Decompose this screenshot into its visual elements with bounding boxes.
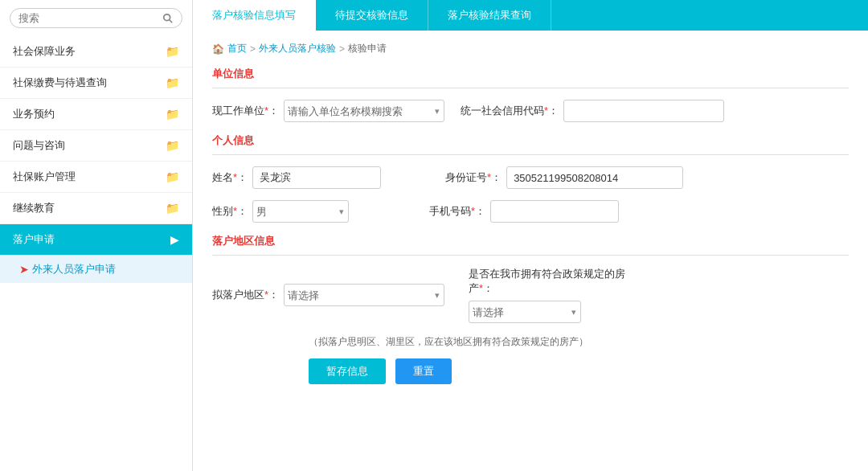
gender-select-wrap: 男 女 bbox=[252, 200, 349, 223]
phone-input[interactable] bbox=[490, 200, 619, 223]
divider-personal bbox=[212, 154, 849, 155]
sidebar-item-label: 社保账户管理 bbox=[13, 170, 76, 184]
tab-pending[interactable]: 待提交核验信息 bbox=[316, 0, 428, 31]
sidebar-item-hukou-apply[interactable]: 落户申请 ▶ bbox=[0, 224, 192, 256]
section-unit-info: 单位信息 bbox=[212, 67, 849, 81]
sidebar-sub-item-label: 外来人员落户申请 bbox=[32, 262, 116, 276]
sidebar-item-label: 业务预约 bbox=[13, 107, 55, 121]
name-field: 姓名*： bbox=[212, 166, 381, 189]
house-select[interactable]: 请选择 bbox=[469, 301, 581, 323]
personal-row1: 姓名*： 身份证号*： bbox=[212, 166, 849, 189]
area-select[interactable]: 请选择 bbox=[284, 284, 444, 306]
work-unit-field: 现工作单位*： 请输入单位名称模糊搜索 bbox=[212, 100, 444, 122]
gender-select[interactable]: 男 女 bbox=[252, 200, 349, 223]
id-card-label: 身份证号*： bbox=[445, 170, 502, 185]
svg-point-0 bbox=[164, 14, 170, 20]
unit-form-row: 现工作单位*： 请输入单位名称模糊搜索 统一社会信用代码*： bbox=[212, 100, 849, 122]
phone-label: 手机号码*： bbox=[429, 204, 485, 219]
id-card-field: 身份证号*： bbox=[445, 166, 683, 189]
tab-query-result[interactable]: 落户核验结果查询 bbox=[428, 0, 551, 31]
name-input[interactable] bbox=[252, 166, 381, 189]
phone-field: 手机号码*： bbox=[429, 200, 619, 223]
sidebar-item-label: 继续教育 bbox=[13, 201, 55, 215]
section-personal-info: 个人信息 bbox=[212, 133, 849, 148]
divider-unit bbox=[212, 88, 849, 88]
area-label: 拟落户地区*： bbox=[212, 288, 279, 302]
work-unit-select[interactable]: 请输入单位名称模糊搜索 bbox=[284, 100, 444, 122]
folder-icon: 📁 bbox=[166, 139, 179, 152]
breadcrumb: 🏠 首页 > 外来人员落户核验 > 核验申请 bbox=[212, 42, 849, 55]
credit-code-input[interactable] bbox=[563, 100, 724, 122]
search-box[interactable] bbox=[10, 8, 182, 28]
sidebar-item-social-fee[interactable]: 社保缴费与待遇查询 📁 bbox=[0, 68, 192, 99]
sidebar-item-label: 问题与咨询 bbox=[13, 138, 65, 153]
search-input[interactable] bbox=[18, 12, 162, 24]
house-label: 是否在我市拥有符合政策规定的房产*： bbox=[469, 267, 629, 296]
svg-line-1 bbox=[170, 19, 173, 23]
sidebar-item-label: 社会保障业务 bbox=[13, 44, 76, 59]
sidebar-item-business-appt[interactable]: 业务预约 📁 bbox=[0, 99, 192, 130]
sidebar-item-label: 社保缴费与待遇查询 bbox=[13, 76, 107, 90]
credit-code-label: 统一社会信用代码*： bbox=[461, 104, 559, 118]
folder-icon: 📁 bbox=[166, 76, 179, 89]
sidebar: 社会保障业务 📁 社保缴费与待遇查询 📁 业务预约 📁 问题与咨询 📁 社保账户… bbox=[0, 0, 193, 471]
folder-icon: 📁 bbox=[166, 45, 179, 58]
gender-label: 性别*： bbox=[212, 204, 248, 219]
breadcrumb-sep1: > bbox=[250, 43, 256, 55]
sidebar-sub-section: ➤ 外来人员落户申请 bbox=[0, 256, 192, 283]
button-row: 暂存信息 重置 bbox=[309, 358, 849, 384]
work-unit-label: 现工作单位*： bbox=[212, 104, 279, 118]
section-hukou-area: 落户地区信息 bbox=[212, 234, 849, 248]
top-tabs: 落户核验信息填写 待提交核验信息 落户核验结果查询 bbox=[193, 0, 868, 31]
breadcrumb-current: 核验申请 bbox=[348, 42, 387, 55]
id-card-input[interactable] bbox=[506, 166, 683, 189]
gender-field: 性别*： 男 女 bbox=[212, 200, 349, 223]
credit-code-field: 统一社会信用代码*： bbox=[461, 100, 724, 122]
reset-button[interactable]: 重置 bbox=[395, 358, 452, 384]
sidebar-item-continuing-edu[interactable]: 继续教育 📁 bbox=[0, 193, 192, 224]
breadcrumb-home-icon: 🏠 bbox=[212, 43, 224, 55]
breadcrumb-sep2: > bbox=[339, 43, 345, 55]
arrow-right-icon: ➤ bbox=[19, 263, 29, 276]
main-content: 落户核验信息填写 待提交核验信息 落户核验结果查询 🏠 首页 > 外来人员落户核… bbox=[193, 0, 868, 471]
hint-text: （拟落户思明区、湖里区，应在该地区拥有符合政策规定的房产） bbox=[309, 334, 849, 350]
breadcrumb-home-link[interactable]: 首页 bbox=[227, 42, 247, 55]
hukou-row1: 拟落户地区*： 请选择 是否在我市拥有符合政策规定的房产*： 请选择 bbox=[212, 267, 849, 323]
name-label: 姓名*： bbox=[212, 170, 248, 185]
folder-icon: 📁 bbox=[166, 108, 179, 121]
sidebar-item-label: 落户申请 bbox=[13, 232, 55, 247]
work-unit-select-wrap: 请输入单位名称模糊搜索 bbox=[284, 100, 444, 122]
breadcrumb-level1-link[interactable]: 外来人员落户核验 bbox=[259, 42, 336, 55]
tab-fill-info[interactable]: 落户核验信息填写 bbox=[193, 0, 316, 31]
folder-icon: 📁 bbox=[166, 170, 179, 183]
sidebar-item-account-mgmt[interactable]: 社保账户管理 📁 bbox=[0, 162, 192, 193]
personal-row2: 性别*： 男 女 手机号码*： bbox=[212, 200, 849, 223]
divider-hukou bbox=[212, 255, 849, 256]
save-button[interactable]: 暂存信息 bbox=[309, 358, 386, 384]
area-select-wrap: 请选择 bbox=[284, 284, 444, 306]
sidebar-search-area bbox=[0, 0, 192, 36]
area-field: 拟落户地区*： 请选择 bbox=[212, 284, 444, 306]
sidebar-item-outsider-hukou[interactable]: ➤ 外来人员落户申请 bbox=[0, 256, 192, 283]
folder-icon: 📁 bbox=[166, 202, 179, 215]
sidebar-item-social-security[interactable]: 社会保障业务 📁 bbox=[0, 36, 192, 68]
chevron-icon: ▶ bbox=[170, 233, 179, 246]
house-field: 是否在我市拥有符合政策规定的房产*： 请选择 bbox=[469, 267, 742, 323]
sidebar-item-questions[interactable]: 问题与咨询 📁 bbox=[0, 130, 192, 162]
content-area: 🏠 首页 > 外来人员落户核验 > 核验申请 单位信息 现工作单位*： 请输入单… bbox=[193, 31, 868, 471]
search-icon bbox=[162, 13, 174, 24]
house-select-wrap: 请选择 bbox=[469, 301, 581, 323]
